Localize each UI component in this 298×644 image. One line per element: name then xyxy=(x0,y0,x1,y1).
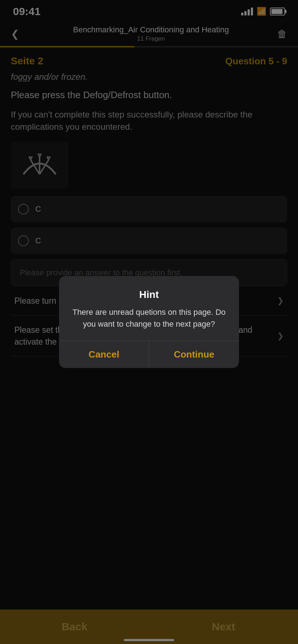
modal-body: There are unread quetions on this page. … xyxy=(71,306,227,330)
modal-buttons: Cancel Continue xyxy=(59,341,239,368)
modal-dialog: Hint There are unread quetions on this p… xyxy=(59,276,239,368)
modal-overlay: Hint There are unread quetions on this p… xyxy=(0,0,298,644)
modal-continue-button[interactable]: Continue xyxy=(149,341,239,368)
modal-cancel-button[interactable]: Cancel xyxy=(59,341,149,368)
modal-title: Hint xyxy=(71,289,227,300)
